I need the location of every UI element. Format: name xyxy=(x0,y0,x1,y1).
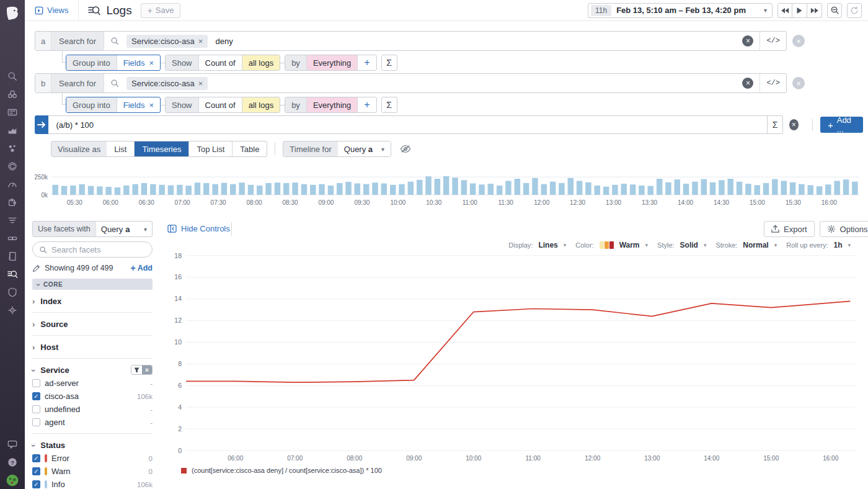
infrastructure-icon[interactable] xyxy=(0,103,25,121)
query-text[interactable]: deny xyxy=(215,37,232,46)
control-value-dropdown[interactable]: 1h xyxy=(833,241,842,249)
security-icon[interactable] xyxy=(0,283,25,301)
remove-formula-button[interactable]: × xyxy=(789,119,799,130)
logs-icon[interactable] xyxy=(0,265,25,283)
hide-controls-button[interactable]: Hide Controls xyxy=(167,224,230,233)
checkbox[interactable] xyxy=(32,379,40,387)
threat-monitoring-icon[interactable] xyxy=(0,301,25,319)
remove-query-a-button[interactable]: × xyxy=(792,35,805,47)
core-section-header[interactable]: › CORE xyxy=(32,279,153,290)
save-button[interactable]: + Save xyxy=(141,3,181,18)
sigma-button[interactable]: Σ xyxy=(381,97,397,113)
synthetics-icon[interactable] xyxy=(0,157,25,175)
checkbox[interactable]: ✓ xyxy=(32,454,40,462)
add-facet-button[interactable]: +Add xyxy=(131,263,153,273)
remove-fields-icon[interactable]: × xyxy=(149,101,154,110)
control-value-dropdown[interactable]: Normal xyxy=(743,241,768,249)
control-value-dropdown[interactable]: Lines xyxy=(538,241,557,249)
tab-timeseries[interactable]: Timeseries xyxy=(134,141,188,156)
all-logs-selector[interactable]: all logs xyxy=(242,55,280,70)
code-view-button[interactable]: </> xyxy=(760,32,786,50)
add-group-button[interactable]: + xyxy=(357,97,376,112)
datadog-logo[interactable] xyxy=(0,0,25,27)
sigma-button[interactable]: Σ xyxy=(768,115,782,134)
funnel-icon[interactable] xyxy=(131,366,142,374)
search-facets-input[interactable] xyxy=(51,245,132,254)
timeline-query-dropdown[interactable]: Query a ▾ xyxy=(338,141,391,156)
fields-selector[interactable]: Fields× xyxy=(117,55,160,70)
apm-icon[interactable] xyxy=(0,139,25,157)
add-group-button[interactable]: + xyxy=(357,55,376,70)
chat-icon[interactable] xyxy=(0,435,25,453)
dashboards-icon[interactable] xyxy=(0,175,25,193)
integrations-icon[interactable] xyxy=(0,193,25,211)
clear-query-button[interactable]: × xyxy=(742,78,753,89)
everything-selector[interactable]: Everything xyxy=(306,97,357,112)
options-button[interactable]: Options xyxy=(820,221,868,237)
add-query-button[interactable]: + Add ... xyxy=(820,117,863,133)
remove-query-b-button[interactable]: × xyxy=(792,77,805,89)
search-icon[interactable] xyxy=(0,67,25,85)
all-logs-selector[interactable]: all logs xyxy=(242,97,280,112)
remove-tag-icon[interactable]: × xyxy=(198,37,203,46)
user-avatar[interactable] xyxy=(0,471,25,489)
checkbox[interactable] xyxy=(32,418,40,426)
skip-forward-button[interactable] xyxy=(807,3,822,18)
sigma-button[interactable]: Σ xyxy=(381,55,397,71)
filter-tag[interactable]: Service:cisco-asa× xyxy=(126,35,208,48)
control-value-dropdown[interactable]: Warm xyxy=(619,241,640,249)
query-row-b: b Search for Service:cisco-asa× × </> xyxy=(35,73,787,93)
edit-pencil-icon[interactable] xyxy=(32,264,40,272)
facet-header-source[interactable]: ›Source xyxy=(32,317,153,331)
checkbox[interactable] xyxy=(32,405,40,413)
log-volume-timeline[interactable]: 250k0k05:3006:0006:3007:0007:3008:0008:3… xyxy=(35,171,862,207)
group-into-label: Group into xyxy=(66,97,117,112)
zoom-out-button[interactable] xyxy=(827,3,842,18)
clear-query-button[interactable]: × xyxy=(742,35,753,47)
views-button[interactable]: Views xyxy=(25,0,79,21)
time-range-picker[interactable]: 11h Feb 13, 5:10 am – Feb 13, 4:20 pm ▾ xyxy=(588,3,773,18)
tab-top-list[interactable]: Top List xyxy=(188,141,232,156)
count-of-selector[interactable]: Count of xyxy=(198,55,242,70)
help-icon[interactable]: ? xyxy=(0,453,25,471)
legend-label[interactable]: (count[service:cisco-asa deny] / count[s… xyxy=(192,467,382,474)
facet-header-status[interactable]: ›Status xyxy=(32,438,153,452)
hide-timeline-icon[interactable] xyxy=(400,145,411,153)
count-of-selector[interactable]: Count of xyxy=(198,97,242,112)
control-value-dropdown[interactable]: Solid xyxy=(680,241,698,249)
svg-text:13:00: 13:00 xyxy=(644,455,660,462)
page-title: Logs xyxy=(79,4,140,17)
facet-header-service[interactable]: ›Service× xyxy=(32,363,153,377)
checkbox[interactable]: ✓ xyxy=(32,467,40,475)
remove-tag-icon[interactable]: × xyxy=(198,79,203,88)
skip-back-button[interactable] xyxy=(777,3,792,18)
tab-list[interactable]: List xyxy=(107,141,134,156)
checkbox[interactable]: ✓ xyxy=(32,480,40,488)
watchdog-icon[interactable] xyxy=(0,85,25,103)
refresh-button[interactable] xyxy=(847,3,862,18)
code-view-button[interactable]: </> xyxy=(760,74,786,92)
checkbox[interactable]: ✓ xyxy=(32,392,40,400)
everything-selector[interactable]: Everything xyxy=(306,55,357,70)
play-button[interactable] xyxy=(792,3,807,18)
fields-selector[interactable]: Fields× xyxy=(117,97,160,112)
metrics-icon[interactable] xyxy=(0,121,25,139)
clear-filter-icon[interactable]: × xyxy=(142,366,152,374)
facet-header-host[interactable]: ›Host xyxy=(32,340,153,354)
facet-header-index[interactable]: ›Index xyxy=(32,294,153,308)
timeseries-chart[interactable]: 02468101214161806:0007:0008:0009:0010:00… xyxy=(167,249,862,464)
use-facets-label: Use facets with xyxy=(33,222,96,236)
export-button[interactable]: Export xyxy=(764,221,815,237)
facet-panel: Use facets with Querya ▾ Showing 499 of … xyxy=(32,221,153,489)
svg-text:14:30: 14:30 xyxy=(714,199,729,206)
facets-query-dropdown[interactable]: Querya ▾ xyxy=(96,222,152,236)
tab-table[interactable]: Table xyxy=(232,141,267,156)
notebooks-icon[interactable] xyxy=(0,247,25,265)
search-icon xyxy=(39,246,47,254)
remove-fields-icon[interactable]: × xyxy=(149,58,154,68)
pipelines-icon[interactable] xyxy=(0,211,25,229)
facet-value-undefined: undefined- xyxy=(32,403,153,416)
filter-tag[interactable]: Service:cisco-asa× xyxy=(126,77,208,90)
formula-input[interactable]: (a/b) * 100 xyxy=(48,115,768,134)
ci-icon[interactable] xyxy=(0,229,25,247)
